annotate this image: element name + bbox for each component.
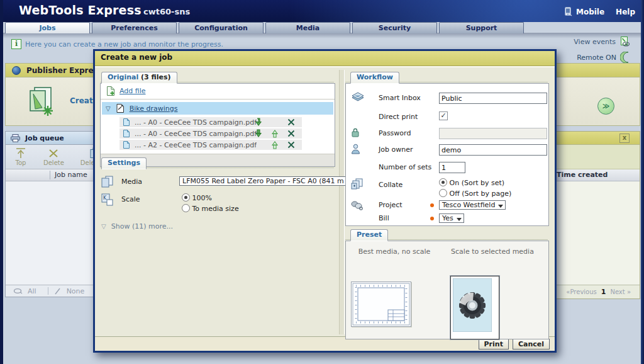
collate-on-label: On (Sort by set): [450, 179, 505, 187]
collate-off-radio[interactable]: [439, 189, 447, 197]
direct-print-checkbox[interactable]: ✓: [439, 111, 448, 120]
preset-scale-thumbnail[interactable]: [450, 276, 499, 339]
collate-row: Collate On (Sort by set) Off (Sort by pa…: [346, 177, 548, 198]
tab-preset[interactable]: Preset: [350, 229, 388, 241]
smart-inbox-row: Smart Inbox: [346, 93, 548, 105]
settings-tab-label: Settings: [108, 159, 140, 167]
collate-off-label: Off (Sort by page): [450, 190, 512, 198]
help-link[interactable]: Help: [616, 8, 635, 16]
preset-tab-label: Preset: [357, 230, 382, 239]
preset-best-media-thumbnail[interactable]: [351, 282, 411, 327]
file-group-row[interactable]: ▽ Bike drawings: [102, 102, 333, 115]
drawing-frame-icon: [352, 282, 411, 326]
select-all-icon: [13, 288, 23, 295]
tab-configuration[interactable]: Configuration: [179, 22, 264, 33]
scale-to-media-label: To media size: [192, 205, 239, 213]
original-file-count: (3 files): [138, 73, 170, 81]
preset-box: Best media, no scale Scale to selected m…: [345, 241, 549, 339]
dialog-title: Create a new job: [95, 51, 555, 66]
move-up-icon[interactable]: [270, 140, 279, 149]
scale-100-radio[interactable]: [182, 193, 190, 202]
remove-file-icon[interactable]: [287, 129, 296, 138]
collapse-expander-icon[interactable]: ▽: [106, 105, 111, 112]
remove-file-icon[interactable]: [287, 118, 296, 127]
move-up-icon[interactable]: [270, 129, 279, 138]
time-created-column-header[interactable]: Time created: [557, 171, 608, 179]
tabstrip-shadow: [0, 33, 644, 38]
add-file-link[interactable]: Add file: [106, 86, 146, 96]
scale-to-media-radio[interactable]: [182, 204, 190, 212]
file-icon: [123, 141, 130, 149]
smart-inbox-icon: [351, 91, 365, 103]
file-row: ... - A2 - CeeCee TDS campaign.pdf: [119, 140, 302, 150]
window-frame-right: [641, 0, 644, 364]
gear-image: [453, 278, 492, 332]
media-select-value: LFM055 Red Label Zero Paper - FSC A0 (84…: [182, 177, 344, 185]
info-message: Here you can create a new job and monito…: [25, 40, 223, 48]
workflow-tab-label: Workflow: [357, 73, 393, 81]
tab-original[interactable]: Original (3 files): [101, 72, 177, 84]
project-select[interactable]: Tesco Westfield: [439, 200, 506, 210]
lock-icon: [351, 128, 360, 137]
close-icon[interactable]: x: [619, 134, 630, 143]
app-title: WebTools Express: [19, 3, 142, 17]
mobile-link[interactable]: Mobile: [564, 7, 604, 16]
add-file-label: Add file: [119, 87, 146, 95]
tab-workflow[interactable]: Workflow: [350, 72, 399, 84]
next-page-link[interactable]: Next »: [610, 288, 631, 295]
delete-label: Delete: [43, 159, 64, 166]
number-of-sets-input[interactable]: [439, 162, 465, 173]
file-group-name[interactable]: Bike drawings: [130, 105, 178, 113]
bill-select[interactable]: Yes: [439, 213, 464, 223]
app-window: WebTools Express cwt60-sns Mobile Help J…: [0, 0, 644, 364]
print-button[interactable]: Print: [479, 339, 509, 350]
printer-icon: [11, 134, 20, 142]
scale-label: Scale: [121, 195, 140, 203]
main-tabstrip: Jobs Preferences Configuration Media Sec…: [5, 22, 524, 33]
file-icon: [123, 118, 130, 126]
tab-settings[interactable]: Settings: [101, 157, 147, 169]
file-row: ... - A0 - CeeCee TDS campaign.pdf: [119, 117, 302, 127]
tab-support[interactable]: Support: [439, 22, 524, 33]
job-owner-input[interactable]: [439, 144, 547, 156]
create-job-dialog: Create a new job Original (3 files) Add …: [93, 49, 557, 353]
smart-inbox-input[interactable]: [439, 93, 547, 104]
delete-button[interactable]: Delete: [43, 145, 64, 166]
project-select-value: Tesco Westfield: [442, 201, 495, 209]
file-name: ... - A2 - CeeCee TDS campaign.pdf: [135, 141, 257, 149]
remove-file-icon[interactable]: [287, 140, 296, 149]
select-none-label[interactable]: None: [67, 287, 85, 295]
tab-security[interactable]: Security: [352, 22, 437, 33]
job-name-column-header[interactable]: Job name: [55, 171, 87, 179]
sets-label: Number of sets: [379, 163, 431, 171]
password-row: Password: [346, 128, 548, 140]
scale-100-label: 100%: [192, 194, 212, 202]
project-row: Project Tesco Westfield: [346, 200, 548, 212]
collate-on-radio[interactable]: [439, 178, 447, 186]
password-input[interactable]: [439, 128, 547, 139]
next-circle-button[interactable]: ≫: [597, 98, 614, 115]
show-more-link[interactable]: ▽ Show (11) more...: [101, 222, 173, 230]
move-down-icon[interactable]: [254, 118, 263, 127]
previous-page-link[interactable]: «Previous: [566, 288, 596, 295]
move-down-icon[interactable]: [254, 129, 263, 138]
view-events-icon: [619, 37, 630, 47]
view-events-link[interactable]: View events: [574, 37, 630, 47]
chevron-right-icon: ≫: [602, 102, 610, 110]
top-button[interactable]: Top: [14, 145, 27, 166]
bill-label: Bill: [379, 214, 389, 222]
collate-label: Collate: [379, 181, 402, 189]
drawings-icon: [116, 104, 124, 113]
select-all-label[interactable]: All: [28, 287, 36, 295]
expander-icon: ▽: [101, 223, 106, 230]
remote-label: Remote ON: [577, 54, 616, 62]
tab-jobs[interactable]: Jobs: [5, 22, 90, 33]
original-tab-label: Original: [108, 73, 138, 81]
original-file-box: Add file ▽ Bike drawings: [100, 83, 335, 167]
tab-media[interactable]: Media: [265, 22, 350, 33]
cancel-button[interactable]: Cancel: [513, 339, 550, 350]
tab-preferences[interactable]: Preferences: [92, 22, 177, 33]
media-select[interactable]: LFM055 Red Label Zero Paper - FSC A0 (84…: [179, 176, 355, 186]
password-label: Password: [379, 129, 411, 137]
scale-icon: K: [101, 193, 113, 206]
